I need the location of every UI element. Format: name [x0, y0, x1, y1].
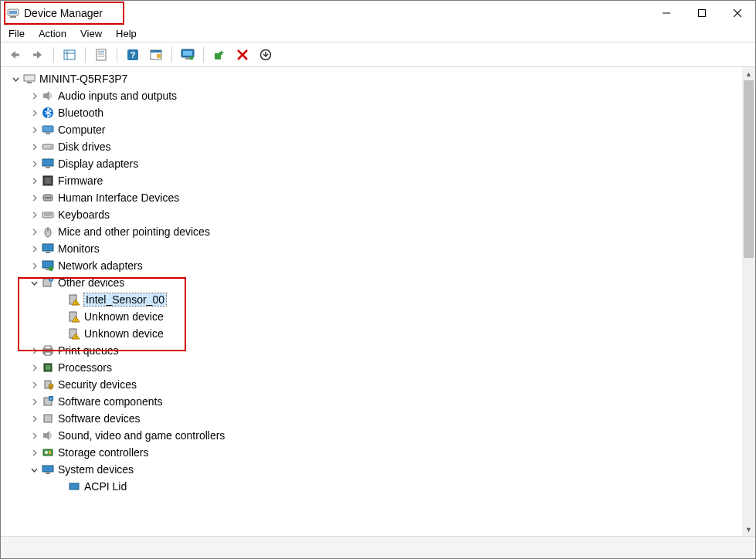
maximize-button[interactable] [684, 1, 720, 25]
expander-right-icon[interactable] [29, 107, 39, 118]
svg-rect-30 [24, 75, 35, 81]
expander-right-icon[interactable] [29, 141, 39, 152]
scroll-thumb[interactable] [744, 80, 754, 258]
scroll-down-arrow[interactable]: ▼ [742, 523, 755, 536]
svg-rect-2 [9, 11, 17, 14]
title-bar: Device Manager [1, 1, 755, 25]
svg-text:?: ? [50, 278, 53, 283]
expander-down-icon[interactable] [29, 464, 39, 475]
expander-right-icon[interactable] [29, 396, 39, 407]
tree-node[interactable]: Audio inputs and outputs [7, 87, 755, 104]
menu-file[interactable]: File [8, 28, 25, 39]
vertical-scrollbar[interactable]: ▲ ▼ [742, 67, 755, 536]
svg-rect-1 [10, 16, 16, 18]
expander-right-icon[interactable] [29, 345, 39, 356]
toolbar-separator [171, 47, 172, 63]
show-hidden-button[interactable] [60, 46, 79, 64]
tree-node[interactable]: System devices [7, 461, 755, 478]
tree-container: MININT-Q5RF3P7Audio inputs and outputsBl… [1, 67, 755, 537]
expander-down-icon[interactable] [10, 73, 21, 84]
expander-right-icon[interactable] [29, 447, 39, 458]
expander-right-icon[interactable] [29, 362, 39, 373]
expander-right-icon[interactable] [29, 175, 39, 186]
tree-node[interactable]: Computer [7, 121, 755, 138]
disk-icon [41, 140, 55, 154]
tree-node[interactable]: Mice and other pointing devices [7, 223, 755, 240]
tree-node[interactable]: Disk drives [7, 138, 755, 155]
update-button[interactable] [256, 46, 275, 64]
root-label: MININT-Q5RF3P7 [39, 73, 127, 85]
back-button[interactable] [5, 46, 24, 64]
svg-rect-31 [27, 82, 32, 83]
expander-right-icon[interactable] [29, 243, 39, 254]
delete-button[interactable] [233, 46, 252, 64]
tree-child-node[interactable]: !Unknown device [7, 308, 755, 325]
tree-child-node[interactable]: !Intel_Sensor_00 [7, 291, 755, 308]
scan-button[interactable] [210, 46, 229, 64]
close-button[interactable] [720, 1, 755, 25]
tree-child-node[interactable]: !Unknown device [7, 325, 755, 342]
tree-node[interactable]: Human Interface Devices [7, 189, 755, 206]
tree-node[interactable]: Firmware [7, 172, 755, 189]
options-button[interactable] [147, 46, 165, 64]
forward-button[interactable] [29, 46, 47, 64]
scroll-track[interactable] [742, 80, 755, 523]
tree-child-label: Unknown device [84, 327, 164, 340]
svg-rect-23 [185, 58, 190, 59]
svg-rect-69 [46, 365, 50, 370]
svg-rect-72 [50, 386, 52, 389]
svg-rect-82 [46, 473, 50, 474]
expander-right-icon[interactable] [29, 192, 39, 203]
tree-node[interactable]: Print queues [7, 342, 755, 359]
tree-node[interactable]: Sound, video and game controllers [7, 427, 755, 444]
mouse-icon [41, 225, 55, 239]
menu-view[interactable]: View [80, 28, 102, 39]
properties-button[interactable] [92, 46, 110, 64]
expander-right-icon[interactable] [29, 260, 39, 271]
tree-node[interactable]: +Software components [7, 393, 755, 410]
help-icon: ? [127, 49, 139, 61]
expander-right-icon[interactable] [29, 90, 39, 101]
keyboard-icon [41, 208, 55, 222]
bluetooth-icon [41, 106, 55, 120]
svg-rect-12 [97, 49, 106, 60]
other-icon: ? [41, 276, 55, 290]
window-title: Device Manager [24, 7, 103, 19]
expander-right-icon[interactable] [29, 379, 39, 390]
tree-child-node[interactable]: ACPI Lid [7, 478, 755, 495]
svg-point-79 [45, 451, 48, 454]
svg-rect-35 [46, 133, 50, 134]
svg-rect-9 [64, 50, 75, 59]
tree-child-label: ACPI Lid [84, 480, 127, 493]
tree-node[interactable]: Security devices [7, 376, 755, 393]
minimize-button[interactable] [649, 1, 684, 25]
toolbar-separator [53, 47, 54, 63]
tree-node[interactable]: Software devices [7, 410, 755, 427]
display-button[interactable] [178, 46, 197, 64]
svg-rect-52 [46, 252, 50, 253]
expander-right-icon[interactable] [29, 124, 39, 135]
expander-right-icon[interactable] [29, 430, 39, 441]
tree-node[interactable]: ?Other devices [7, 274, 755, 291]
tree-node[interactable]: Display adapters [7, 155, 755, 172]
tree-node[interactable]: Bluetooth [7, 104, 755, 121]
tree-node[interactable]: Storage controllers [7, 444, 755, 461]
device-tree[interactable]: MININT-Q5RF3P7Audio inputs and outputsBl… [1, 67, 755, 536]
menu-help[interactable]: Help [116, 28, 137, 39]
tree-node[interactable]: Keyboards [7, 206, 755, 223]
menu-action[interactable]: Action [39, 28, 66, 39]
tree-node[interactable]: Processors [7, 359, 755, 376]
tree-node[interactable]: Monitors [7, 240, 755, 257]
svg-rect-41 [45, 178, 51, 184]
expander-right-icon[interactable] [29, 226, 39, 237]
help-button[interactable]: ? [124, 46, 142, 64]
tree-node[interactable]: Network adapters [7, 257, 755, 274]
sound-icon [41, 429, 55, 442]
scroll-up-arrow[interactable]: ▲ [742, 67, 755, 80]
expander-right-icon[interactable] [29, 413, 39, 424]
expander-right-icon[interactable] [29, 158, 39, 169]
expander-down-icon[interactable] [29, 277, 39, 288]
tree-root[interactable]: MININT-Q5RF3P7 [7, 70, 755, 87]
svg-rect-39 [46, 167, 50, 168]
expander-right-icon[interactable] [29, 209, 39, 220]
